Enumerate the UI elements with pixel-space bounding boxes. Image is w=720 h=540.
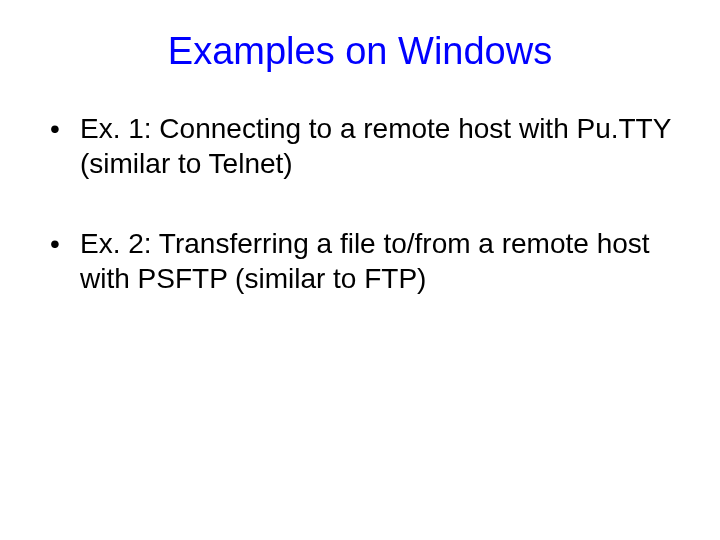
slide-title: Examples on Windows — [30, 30, 690, 73]
bullet-item: Ex. 2: Transferring a file to/from a rem… — [50, 226, 690, 296]
bullet-list: Ex. 1: Connecting to a remote host with … — [30, 111, 690, 296]
bullet-item: Ex. 1: Connecting to a remote host with … — [50, 111, 690, 181]
